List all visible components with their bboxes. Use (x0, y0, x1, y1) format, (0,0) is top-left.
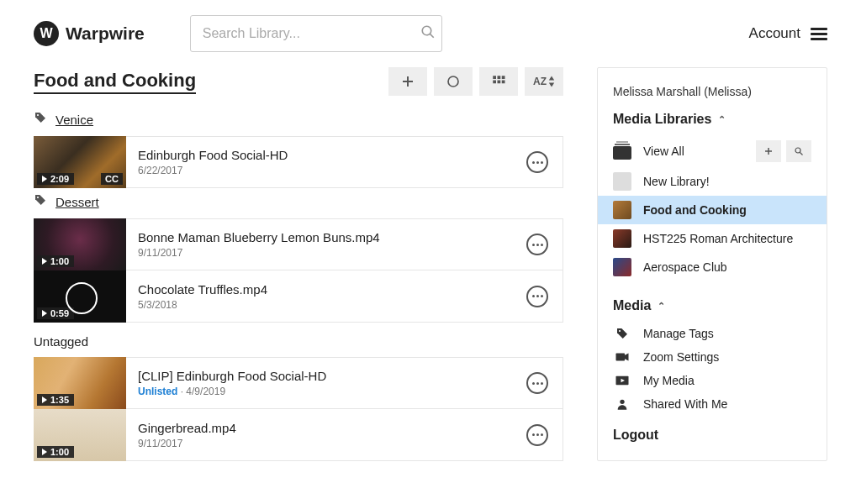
sidebar: Melissa Marshall (Melissa) Media Librari… (597, 67, 827, 461)
item-meta: Unlisted · 4/9/2019 (138, 386, 512, 397)
more-icon (526, 372, 548, 394)
cc-badge: CC (101, 173, 123, 185)
more-button[interactable] (512, 372, 563, 394)
thumbnail[interactable]: 2:09CC (34, 136, 126, 188)
add-button[interactable] (388, 67, 427, 96)
more-icon (526, 424, 548, 446)
more-icon (526, 286, 548, 307)
sidebar-user: Melissa Marshall (Melissa) (598, 85, 827, 112)
tag-row: Venice (34, 111, 563, 128)
tag-plain: Untagged (34, 334, 563, 349)
add-library-button[interactable] (756, 140, 781, 162)
item-body: Gingerbread.mp49/11/2017 (126, 421, 512, 449)
media-item-label: Manage Tags (643, 327, 714, 340)
svg-rect-20 (616, 354, 626, 361)
logout-link[interactable]: Logout (598, 416, 827, 443)
svg-rect-6 (498, 76, 501, 79)
thumbnail[interactable]: 1:35 (34, 357, 126, 409)
brand-logo[interactable]: W Warpwire (34, 21, 145, 46)
tag-icon (613, 327, 631, 340)
thumbnail[interactable]: 1:00 (34, 218, 126, 270)
item-body: Bonne Maman Blueberry Lemon Buns.mp49/11… (126, 230, 512, 259)
record-button[interactable] (434, 67, 473, 96)
chevron-up-icon: ⌃ (718, 114, 726, 125)
sidebar-library-item[interactable]: HST225 Roman Architecture (598, 224, 827, 253)
sidebar-media-item[interactable]: Shared With Me (598, 392, 827, 416)
item-title: Chocolate Truffles.mp4 (138, 282, 512, 297)
search-library-button[interactable] (786, 140, 811, 162)
svg-marker-21 (625, 354, 629, 361)
duration-badge: 1:00 (37, 446, 74, 458)
search-input[interactable] (190, 15, 442, 52)
library-thumb (613, 172, 631, 191)
header-right: Account (749, 25, 827, 42)
sort-button[interactable]: AZ (525, 67, 563, 96)
thumbnail[interactable]: 1:00 (34, 409, 126, 461)
media-item-label: Zoom Settings (643, 350, 719, 364)
item-body: Edinburgh Food Social-HD6/22/2017 (126, 148, 512, 176)
sidebar-media-item[interactable]: Zoom Settings (598, 345, 827, 369)
person-icon (613, 397, 631, 411)
media-item-label: Shared With Me (643, 397, 727, 411)
media-item[interactable]: 0:59Chocolate Truffles.mp45/3/2018 (34, 270, 563, 323)
play-icon (42, 396, 47, 403)
brand-name: Warpwire (66, 24, 145, 44)
svg-point-19 (619, 330, 621, 332)
brand-mark: W (34, 21, 59, 46)
sidebar-media-item[interactable]: Manage Tags (598, 322, 827, 345)
play-icon (42, 176, 47, 182)
duration-badge: 0:59 (37, 307, 74, 319)
media-section-header[interactable]: Media ⌃ (598, 298, 827, 322)
account-link[interactable]: Account (749, 25, 800, 42)
item-title: Bonne Maman Blueberry Lemon Buns.mp4 (138, 230, 512, 244)
sidebar-item-view-all[interactable]: View All (598, 135, 827, 167)
svg-rect-10 (502, 81, 505, 84)
tag-icon (34, 193, 47, 210)
svg-point-14 (37, 197, 39, 198)
svg-rect-7 (502, 76, 505, 79)
library-name: New Library! (643, 175, 710, 188)
item-date: 9/11/2017 (138, 438, 182, 449)
svg-point-13 (37, 114, 39, 116)
more-button[interactable] (512, 424, 563, 446)
library-title[interactable]: Food and Cooking (34, 70, 196, 94)
media-item[interactable]: 1:35[CLIP] Edinburgh Food Social-HDUnlis… (34, 357, 563, 409)
item-meta: 9/11/2017 (138, 247, 512, 259)
more-button[interactable] (512, 234, 563, 255)
svg-point-17 (795, 148, 800, 153)
library-thumb (613, 258, 631, 276)
svg-rect-5 (493, 76, 496, 79)
media-item[interactable]: 1:00Gingerbread.mp49/11/2017 (34, 409, 563, 461)
library-actions (756, 140, 811, 162)
item-title: Edinburgh Food Social-HD (138, 148, 512, 162)
tag-link[interactable]: Venice (55, 113, 93, 127)
play-icon (613, 375, 631, 386)
tag-icon (34, 111, 47, 128)
grid-view-button[interactable] (479, 67, 518, 96)
svg-marker-12 (549, 83, 554, 87)
menu-icon[interactable] (811, 28, 827, 40)
duration-badge: 2:09 (37, 173, 74, 185)
sidebar-library-item[interactable]: Aerospace Club (598, 253, 827, 281)
svg-line-18 (800, 153, 803, 155)
svg-marker-11 (549, 76, 554, 81)
media-item[interactable]: 1:00Bonne Maman Blueberry Lemon Buns.mp4… (34, 218, 563, 270)
play-icon (42, 449, 47, 455)
svg-rect-9 (498, 81, 501, 84)
library-thumb (613, 229, 631, 248)
item-date: 4/9/2019 (186, 386, 225, 397)
sidebar-library-item[interactable]: New Library! (598, 167, 827, 196)
thumbnail[interactable]: 0:59 (34, 270, 126, 323)
sidebar-media-item[interactable]: My Media (598, 369, 827, 392)
app-header: W Warpwire Account (0, 0, 861, 67)
more-button[interactable] (512, 151, 563, 173)
media-item[interactable]: 2:09CCEdinburgh Food Social-HD6/22/2017 (34, 136, 563, 188)
sidebar-library-item[interactable]: Food and Cooking (598, 196, 827, 224)
search-icon[interactable] (420, 24, 436, 43)
more-button[interactable] (512, 286, 563, 307)
tag-link[interactable]: Dessert (55, 195, 99, 209)
media-libraries-header[interactable]: Media Libraries ⌃ (598, 112, 827, 135)
toolbar: AZ (388, 67, 563, 96)
tag-row: Dessert (34, 193, 563, 210)
item-title: [CLIP] Edinburgh Food Social-HD (138, 369, 512, 383)
